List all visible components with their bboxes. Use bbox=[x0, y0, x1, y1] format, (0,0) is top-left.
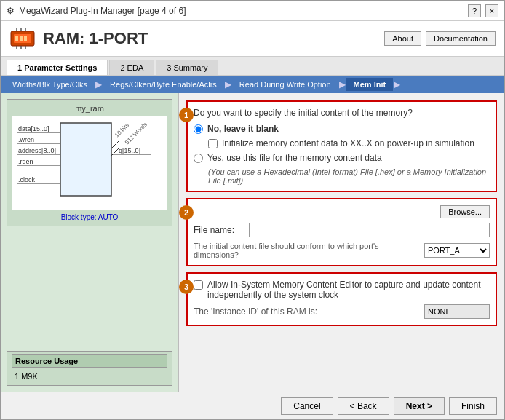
svg-text:.wren: .wren bbox=[18, 136, 34, 143]
tab-eda[interactable]: 2 EDA bbox=[109, 60, 154, 75]
help-button[interactable]: ? bbox=[468, 4, 481, 17]
svg-text:.rden: .rden bbox=[18, 158, 33, 165]
breadcrumb-arrow-3: ▶ bbox=[339, 79, 346, 90]
app-icon: ⚙ bbox=[7, 6, 15, 16]
diagram-title: my_ram bbox=[12, 104, 167, 113]
header-title: RAM: 1-PORT bbox=[9, 25, 148, 52]
left-panel: my_ram bbox=[1, 93, 179, 392]
section3-checkbox-label: Allow In-System Memory Content Editor to… bbox=[207, 280, 490, 300]
window-title: MegaWizard Plug-In Manager [page 4 of 6] bbox=[19, 6, 186, 16]
instance-value: NONE bbox=[424, 304, 490, 319]
option2-row: Yes, use this file for the memory conten… bbox=[194, 153, 490, 163]
next-button[interactable]: Next > bbox=[394, 397, 445, 415]
diagram-svg: data[15..0] .wren address[8..0] .rden .c… bbox=[17, 119, 162, 207]
main-content: my_ram bbox=[1, 93, 504, 392]
header-title-text: RAM: 1-PORT bbox=[43, 29, 148, 48]
section1-question: Do you want to specify the initial conte… bbox=[194, 108, 490, 118]
option1-label: No, leave it blank bbox=[207, 124, 279, 134]
breadcrumb-arrow-4: ▶ bbox=[394, 79, 400, 90]
bottom-bar: Cancel < Back Next > Finish bbox=[1, 392, 504, 419]
breadcrumb-read-write[interactable]: Read During Write Option bbox=[232, 78, 338, 91]
breadcrumb-bar: Widths/Blk Type/Clks ▶ Regs/Clken/Byte E… bbox=[1, 76, 504, 93]
section3-checkbox-row: Allow In-System Memory Content Editor to… bbox=[194, 280, 490, 300]
block-type-label: Block type: AUTO bbox=[12, 213, 167, 221]
tabs-bar: 1 Parameter Settings 2 EDA 3 Summary bbox=[1, 57, 504, 76]
svg-text:data[15..0]: data[15..0] bbox=[18, 125, 49, 132]
documentation-button[interactable]: Documentation bbox=[426, 31, 496, 46]
diagram-inner: data[15..0] .wren address[8..0] .rden .c… bbox=[12, 116, 167, 210]
in-system-checkbox[interactable] bbox=[194, 280, 203, 290]
title-bar: ⚙ MegaWizard Plug-In Manager [page 4 of … bbox=[1, 1, 504, 21]
info-text: (You can use a Hexadecimal (Intel-format… bbox=[208, 167, 490, 185]
section2-box: 2 Browse... File name: The initial conte… bbox=[186, 198, 497, 266]
breadcrumb-arrow-1: ▶ bbox=[95, 79, 102, 90]
browse-button[interactable]: Browse... bbox=[440, 205, 490, 218]
tab-summary[interactable]: 3 Summary bbox=[156, 60, 218, 75]
option2-radio[interactable] bbox=[194, 154, 203, 163]
ram-icon bbox=[9, 25, 36, 52]
right-panel: 1 Do you want to specify the initial con… bbox=[179, 93, 504, 392]
resource-value: 1 M9K bbox=[12, 371, 167, 382]
port-select[interactable]: PORT_A PORT_B bbox=[424, 243, 490, 258]
port-question: The initial content file should conform … bbox=[194, 242, 420, 259]
section3-number: 3 bbox=[179, 280, 194, 294]
section1-number: 1 bbox=[179, 108, 194, 122]
svg-rect-2 bbox=[15, 36, 18, 41]
breadcrumb-widths[interactable]: Widths/Blk Type/Clks bbox=[5, 78, 95, 91]
file-name-label: File name: bbox=[194, 225, 244, 235]
header-section: RAM: 1-PORT About Documentation bbox=[1, 21, 504, 57]
option1-radio[interactable] bbox=[194, 124, 203, 134]
main-window: ⚙ MegaWizard Plug-In Manager [page 4 of … bbox=[0, 0, 505, 420]
init-checkbox[interactable] bbox=[208, 139, 218, 148]
title-bar-left: ⚙ MegaWizard Plug-In Manager [page 4 of … bbox=[7, 6, 186, 16]
svg-rect-4 bbox=[24, 36, 27, 41]
file-name-input[interactable] bbox=[249, 223, 490, 237]
file-row: File name: bbox=[194, 223, 490, 237]
diagram-box: my_ram bbox=[7, 99, 172, 226]
breadcrumb-regs[interactable]: Regs/Clken/Byte Enable/Aclrs bbox=[103, 78, 224, 91]
option2-label: Yes, use this file for the memory conten… bbox=[207, 153, 382, 163]
checkbox1-row: Initialize memory content data to XX..X … bbox=[208, 138, 490, 148]
svg-line-17 bbox=[111, 141, 119, 148]
title-bar-right: ? × bbox=[468, 4, 498, 17]
resource-title: Resource Usage bbox=[12, 354, 167, 368]
instance-row: The 'Instance ID' of this RAM is: NONE bbox=[194, 304, 490, 319]
svg-rect-19 bbox=[60, 123, 111, 196]
svg-text:.clock: .clock bbox=[18, 176, 36, 183]
section3-box: 3 Allow In-System Memory Content Editor … bbox=[186, 272, 497, 326]
section1-box: 1 Do you want to specify the initial con… bbox=[186, 100, 497, 192]
svg-rect-3 bbox=[20, 36, 23, 41]
back-button[interactable]: < Back bbox=[338, 397, 389, 415]
resource-box: Resource Usage 1 M9K bbox=[7, 351, 172, 386]
breadcrumb-mem-init[interactable]: Mem Init bbox=[346, 78, 394, 91]
svg-text:10 bits: 10 bits bbox=[114, 122, 130, 138]
section2-number: 2 bbox=[179, 205, 194, 220]
cancel-button[interactable]: Cancel bbox=[281, 397, 333, 415]
about-button[interactable]: About bbox=[384, 31, 421, 46]
port-row: The initial content file should conform … bbox=[194, 242, 490, 259]
option1-row: No, leave it blank bbox=[194, 124, 490, 134]
svg-text:address[8..0]: address[8..0] bbox=[18, 147, 56, 154]
tab-param-settings[interactable]: 1 Parameter Settings bbox=[7, 60, 108, 75]
header-buttons: About Documentation bbox=[384, 31, 496, 46]
breadcrumb-arrow-2: ▶ bbox=[225, 79, 231, 90]
checkbox1-label: Initialize memory content data to XX..X … bbox=[222, 138, 474, 148]
svg-text:q[15..0]: q[15..0] bbox=[119, 147, 140, 154]
finish-button[interactable]: Finish bbox=[449, 397, 497, 415]
close-button[interactable]: × bbox=[485, 4, 498, 17]
instance-label: The 'Instance ID' of this RAM is: bbox=[194, 306, 420, 317]
